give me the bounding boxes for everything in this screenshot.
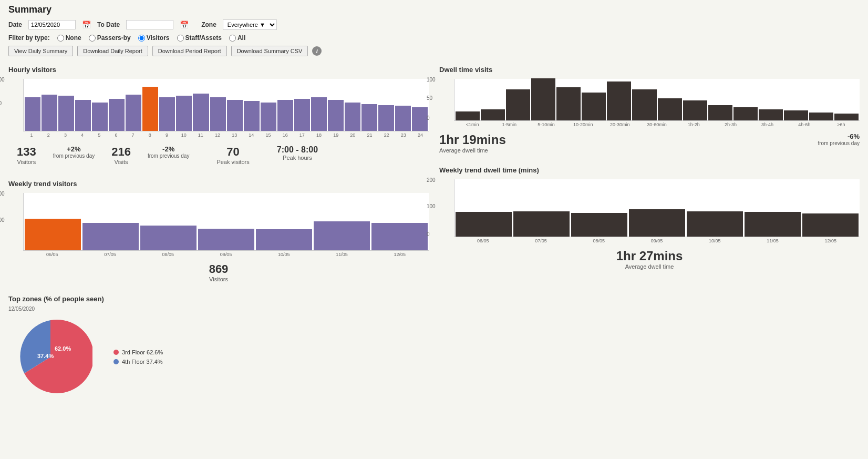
visitors-count: 133 xyxy=(17,145,36,159)
info-icon[interactable]: i xyxy=(312,46,322,56)
calendar-icon-from[interactable]: 📅 xyxy=(82,21,91,29)
dwell-change-label: from previous day xyxy=(818,140,860,146)
peak-hours-label: Peak hours xyxy=(283,155,312,161)
date-from-input[interactable] xyxy=(28,20,76,29)
download-period-button[interactable]: Download Period Report xyxy=(152,46,227,56)
pie-chart: 37.4% 62.0% xyxy=(8,315,92,399)
weekly-bar-0 xyxy=(25,219,81,251)
date-to-label: To Date xyxy=(97,21,120,28)
dwell-y-label-0: 0 xyxy=(427,115,430,121)
hourly-bar-16 xyxy=(294,99,310,131)
filter-staff[interactable]: Staff/Assets xyxy=(177,34,222,42)
weekly-dwell-title: Weekly trend dwell time (mins) xyxy=(439,166,860,174)
hourly-x-label: 19 xyxy=(327,132,344,138)
visitors-label: Visitors xyxy=(17,159,36,165)
weekly-bar-3 xyxy=(198,229,254,250)
dwell-bar-11 xyxy=(733,107,758,120)
hourly-x-label: 11 xyxy=(192,132,209,138)
hourly-x-label: 10 xyxy=(175,132,192,138)
hourly-bar-14 xyxy=(261,103,276,131)
hourly-bar-2 xyxy=(58,96,74,131)
weekly-dwell-bar-1 xyxy=(513,211,570,237)
calendar-icon-to[interactable]: 📅 xyxy=(180,21,189,29)
weekly-bar-1 xyxy=(82,223,139,250)
hourly-x-label: 15 xyxy=(260,132,276,138)
hourly-bar-1 xyxy=(42,95,57,131)
hourly-bar-chart xyxy=(23,79,429,131)
filter-none[interactable]: None xyxy=(57,34,81,42)
dwell-x-label: 1h-2h xyxy=(675,122,712,127)
peak-visitors-label: Peak visitors xyxy=(216,159,249,165)
dwell-x-label: 5-10min xyxy=(528,122,564,127)
dwell-change-pct: -6% xyxy=(848,132,860,140)
hourly-x-labels: 123456789101112131415161718192021222324 xyxy=(23,132,429,138)
filter-visitors[interactable]: Visitors xyxy=(138,34,170,42)
dwell-bar-0 xyxy=(456,111,480,120)
zone-select[interactable]: Everywhere ▼ xyxy=(223,19,277,30)
dwell-x-label: >6h xyxy=(823,122,860,127)
dwell-x-label: <1min xyxy=(454,122,491,127)
visits-count: 216 xyxy=(111,145,131,159)
download-daily-button[interactable]: Download Daily Report xyxy=(77,46,148,56)
weekly-x-label: 10/05 xyxy=(255,252,313,257)
weekly-dwell-x-label: 08/05 xyxy=(570,238,628,243)
hourly-visitors-title: Hourly visitors xyxy=(8,66,429,74)
weekly-bar-4 xyxy=(256,229,312,250)
charts-layout: Hourly visitors 100 50 0 123456789101112… xyxy=(8,66,860,412)
hourly-bar-11 xyxy=(210,97,226,131)
dwell-bar-13 xyxy=(784,110,808,120)
peak-hours-stat: 7:00 - 8:00 Peak hours xyxy=(268,143,326,163)
visitors-stat: 133 Visitors xyxy=(8,143,45,167)
hourly-stats-row: 133 Visitors +2% from previous day 216 V… xyxy=(8,143,429,167)
hourly-bar-0 xyxy=(25,97,40,131)
pie-legend: 3rd Floor 62.6% 4th Floor 37.4% xyxy=(113,349,163,365)
hourly-bar-21 xyxy=(378,105,394,131)
weekly-bar-5 xyxy=(314,221,370,250)
hourly-bar-5 xyxy=(109,99,125,131)
weekly-total-label: Visitors xyxy=(209,276,228,282)
peak-visitors-stat: 70 Peak visitors xyxy=(208,143,257,167)
date-to-input[interactable] xyxy=(126,20,173,29)
view-daily-button[interactable]: View Daily Summary xyxy=(8,46,73,56)
y-label-200: 200 xyxy=(0,191,5,197)
peak-visitors-count: 70 xyxy=(226,145,239,159)
y-label-100: 100 xyxy=(0,217,5,223)
hourly-bar-10 xyxy=(193,94,209,131)
weekly-dwell-chart-wrapper: 200 100 0 06/0507/0508/0509/0510/0511/05… xyxy=(439,177,860,243)
dwell-chart-wrapper: 100 50 0 <1min1-5min5-10min10-20min20-30… xyxy=(439,77,860,127)
hourly-x-label: 13 xyxy=(226,132,243,138)
hourly-visitors-section: Hourly visitors 100 50 0 123456789101112… xyxy=(8,66,429,167)
y-label-100: 100 xyxy=(0,77,5,83)
main-page: Summary Date 📅 To Date 📅 Zone Everywhere… xyxy=(0,0,868,416)
weekly-dwell-bar-0 xyxy=(456,212,512,237)
weekly-dwell-avg-label: Average dwell time xyxy=(625,263,674,270)
dwell-bar-15 xyxy=(834,114,859,120)
dwell-bar-6 xyxy=(607,81,631,120)
legend-label-3rd: 3rd Floor 62.6% xyxy=(122,349,163,355)
filter-all[interactable]: All xyxy=(229,34,245,42)
legend-label-4th: 4th Floor 37.4% xyxy=(122,359,163,365)
hourly-x-label: 12 xyxy=(209,132,226,138)
weekly-dwell-avg: 1hr 27mins xyxy=(616,249,683,263)
hourly-bar-15 xyxy=(277,100,293,131)
hourly-x-label: 4 xyxy=(74,132,91,138)
dwell-x-label: 30-60min xyxy=(638,122,675,127)
weekly-dwell-bar-3 xyxy=(629,209,685,237)
change-pct: +2% xyxy=(67,145,80,153)
filter-passers-by[interactable]: Passers-by xyxy=(89,34,131,42)
pie-svg: 37.4% 62.0% xyxy=(8,315,92,399)
dwell-y-label-100: 100 xyxy=(427,77,436,83)
dwell-x-label: 3h-4h xyxy=(749,122,786,127)
weekly-x-label: 07/05 xyxy=(81,252,139,257)
hourly-x-label: 6 xyxy=(108,132,125,138)
dwell-bar-5 xyxy=(582,93,606,120)
hourly-bar-20 xyxy=(361,104,377,131)
dwell-stats-row: 1hr 19mins Average dwell time -6% from p… xyxy=(439,132,860,154)
hourly-bar-18 xyxy=(328,100,344,131)
download-csv-button[interactable]: Download Summary CSV xyxy=(231,46,308,56)
dwell-bar-chart xyxy=(454,79,860,121)
hourly-bar-12 xyxy=(227,100,243,131)
weekly-bar-6 xyxy=(371,223,428,250)
dwell-time-section: Dwell time visits 100 50 0 <1min1-5min5-… xyxy=(439,66,860,154)
weekly-bar-chart xyxy=(23,193,429,251)
